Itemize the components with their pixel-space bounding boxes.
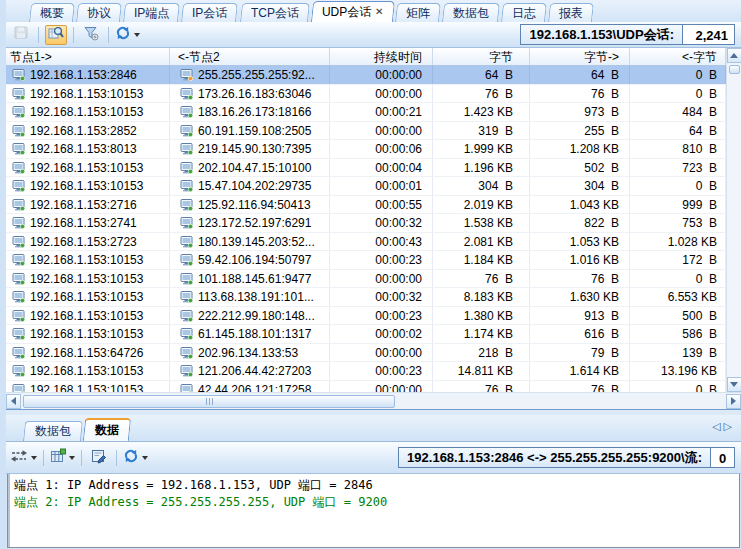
cell-bytes_out: 79 B	[530, 344, 630, 362]
node1-text: 192.168.1.153:2723	[30, 235, 137, 249]
column-header[interactable]: 持续时间	[330, 48, 433, 65]
horizontal-scroll-thumb[interactable]	[23, 395, 395, 408]
toolbar-separator	[108, 27, 109, 43]
node2-text: 121.206.44.42:27203	[198, 364, 311, 378]
view-tabstrip: 概要协议IP端点IP会话TCP会话UDP会话✕矩阵数据包日志报表	[6, 0, 741, 22]
tab-nav-next-icon[interactable]: ▷	[724, 420, 735, 432]
table-row[interactable]: 192.168.1.153:10153202.104.47.15:1010000…	[6, 159, 726, 178]
endpoint-data-view[interactable]: 端点 1: IP Address = 192.168.1.153, UDP 端口…	[7, 474, 740, 548]
tab-ip-endpoint[interactable]: IP端点	[123, 3, 180, 22]
scroll-up-button[interactable]	[727, 48, 741, 63]
remote-host-icon	[180, 365, 193, 377]
table-row[interactable]: 192.168.1.153:10153113.68.138.191:101...…	[6, 288, 726, 307]
table-row[interactable]: 192.168.1.153:10153222.212.99.180:148...…	[6, 307, 726, 326]
column-header[interactable]: 字节	[433, 48, 530, 65]
table-row[interactable]: 192.168.1.153:1015359.42.106.194:5079700…	[6, 251, 726, 270]
horizontal-scrollbar[interactable]	[6, 392, 741, 409]
tab-nav-prev-icon[interactable]: ◁	[712, 420, 723, 432]
refresh-button[interactable]	[115, 25, 140, 44]
remote-host-icon	[180, 162, 193, 174]
save-button[interactable]	[10, 25, 32, 45]
column-header[interactable]: 节点1->	[6, 48, 170, 65]
vertical-scrollbar[interactable]	[726, 48, 741, 392]
tab-protocol[interactable]: 协议	[76, 3, 122, 22]
cell-node1: 192.168.1.153:8013	[6, 140, 170, 158]
cell-bytes_out: 64 B	[530, 66, 630, 84]
table-row[interactable]: 192.168.1.153:2846255.255.255.255:92...0…	[6, 66, 726, 85]
cell-bytes_out: 304 B	[530, 177, 630, 195]
refresh-detail-dropdown-icon[interactable]	[142, 456, 148, 460]
cell-node2: 202.104.47.15:10100	[170, 159, 330, 177]
table-row[interactable]: 192.168.1.153:1015315.47.104.202:2973500…	[6, 177, 726, 196]
cell-node2: 15.47.104.202:29735	[170, 177, 330, 195]
table-row[interactable]: 192.168.1.153:285260.191.159.108:250500:…	[6, 122, 726, 141]
remote-host-icon	[180, 347, 193, 359]
column-header[interactable]: 字节->	[530, 48, 630, 65]
save-icon	[13, 25, 29, 44]
node1-text: 192.168.1.153:10153	[30, 87, 143, 101]
detail-tab-data[interactable]: 数据	[83, 418, 131, 441]
detail-tab-packets[interactable]: 数据包	[23, 421, 83, 441]
table-row[interactable]: 192.168.1.153:1015361.145.188.101:131700…	[6, 325, 726, 344]
tab-matrix[interactable]: 矩阵	[395, 3, 441, 22]
export-data-button[interactable]	[88, 448, 110, 468]
arrow-up-icon	[730, 53, 738, 58]
table-row[interactable]: 192.168.1.153:10153121.206.44.42:2720300…	[6, 362, 726, 381]
scroll-down-button[interactable]	[727, 377, 741, 392]
scroll-left-button[interactable]	[6, 394, 21, 409]
cell-bytes_out: 76 B	[530, 270, 630, 288]
cell-duration: 00:00:32	[330, 214, 433, 232]
node1-text: 192.168.1.153:10153	[30, 253, 143, 267]
cell-bytes_in: 139 B	[630, 344, 726, 362]
filter-button[interactable]	[80, 25, 102, 45]
column-header[interactable]: <-字节	[630, 48, 726, 65]
cell-bytes_in: 6.553 KB	[630, 288, 726, 306]
table-row[interactable]: 192.168.1.153:2741123.172.52.197:629100:…	[6, 214, 726, 233]
cell-node2: 180.139.145.203:52...	[170, 233, 330, 251]
cell-bytes: 304 B	[433, 177, 530, 195]
node2-text: 219.145.90.130:7395	[198, 142, 311, 156]
tab-report[interactable]: 报表	[548, 3, 594, 22]
table-row[interactable]: 192.168.1.153:8013219.145.90.130:739500:…	[6, 140, 726, 159]
cell-bytes_out: 502 B	[530, 159, 630, 177]
node1-text: 192.168.1.153:64726	[30, 346, 143, 360]
local-host-icon	[12, 217, 25, 229]
table-row[interactable]: 192.168.1.153:64726202.96.134.133:5300:0…	[6, 344, 726, 363]
table-row[interactable]: 192.168.1.153:10153183.16.26.173:1816600…	[6, 103, 726, 122]
cell-bytes_out: 1.016 KB	[530, 251, 630, 269]
table-row[interactable]: 192.168.1.153:10153101.188.145.61:947700…	[6, 270, 726, 289]
grid-header: 节点1-><-节点2持续时间字节字节-><-字节	[6, 48, 726, 66]
cell-duration: 00:00:04	[330, 159, 433, 177]
grid-body: 192.168.1.153:2846255.255.255.255:92...0…	[6, 66, 726, 392]
close-icon[interactable]: ✕	[375, 7, 383, 17]
column-header[interactable]: <-节点2	[170, 48, 330, 65]
tab-ip-session[interactable]: IP会话	[181, 3, 238, 22]
refresh-detail-button[interactable]	[123, 448, 148, 467]
table-row[interactable]: 192.168.1.153:2723180.139.145.203:52...0…	[6, 233, 726, 252]
tab-summary[interactable]: 概要	[29, 3, 75, 22]
scroll-right-button[interactable]	[726, 394, 741, 409]
direction-button[interactable]	[10, 449, 37, 466]
tab-label: UDP会话	[322, 4, 371, 21]
table-row[interactable]: 192.168.1.153:1015342.44.206.121:1725800…	[6, 381, 726, 393]
cell-bytes_in: 13.196 KB	[630, 362, 726, 380]
tab-nav-arrows[interactable]: ◁▷	[712, 420, 735, 433]
cell-node2: 183.16.26.173:18166	[170, 103, 330, 121]
cell-node2: 60.191.159.108:2505	[170, 122, 330, 140]
refresh-dropdown-icon[interactable]	[134, 33, 140, 37]
tab-packet[interactable]: 数据包	[442, 3, 500, 22]
session-counter-label: 192.168.1.153\UDP会话:	[521, 25, 682, 44]
table-options-button[interactable]	[50, 448, 75, 467]
local-host-icon	[12, 291, 25, 303]
table-options-dropdown-icon[interactable]	[69, 456, 75, 460]
tab-label: 日志	[512, 5, 536, 22]
vertical-scroll-thumb[interactable]	[729, 65, 740, 74]
remote-host-icon	[180, 125, 193, 137]
tab-tcp-session[interactable]: TCP会话	[240, 3, 310, 22]
find-button[interactable]	[45, 25, 67, 45]
table-row[interactable]: 192.168.1.153:10153173.26.16.183:6304600…	[6, 85, 726, 104]
table-row[interactable]: 192.168.1.153:2716125.92.116.94:5041300:…	[6, 196, 726, 215]
tab-udp-session[interactable]: UDP会话✕	[311, 1, 395, 22]
tab-log[interactable]: 日志	[501, 3, 547, 22]
direction-dropdown-icon[interactable]	[31, 456, 37, 460]
